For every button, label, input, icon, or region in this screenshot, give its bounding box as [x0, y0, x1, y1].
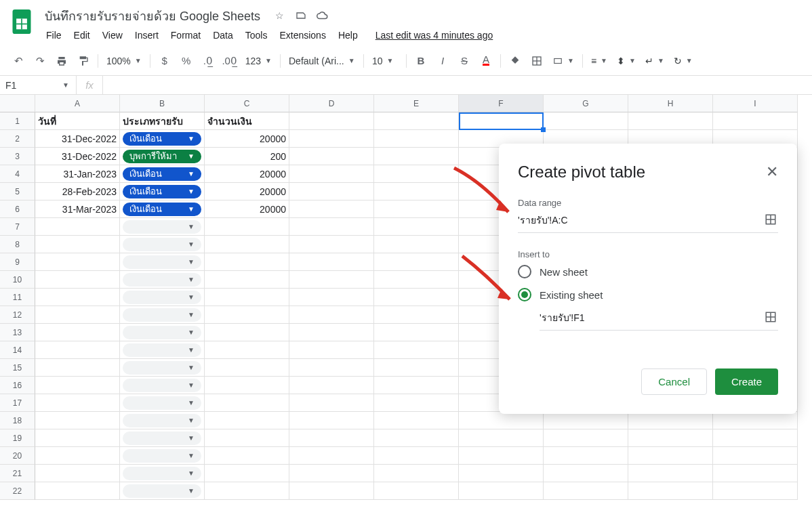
cell[interactable] — [713, 429, 798, 447]
chip-dropdown[interactable]: ▼ — [123, 326, 201, 339]
cell[interactable]: ▼ — [120, 482, 205, 500]
chip-dropdown[interactable]: ▼ — [123, 308, 201, 322]
create-button[interactable]: Create — [715, 368, 778, 395]
select-range-icon[interactable] — [765, 213, 778, 227]
row-header[interactable]: 1 — [0, 112, 35, 130]
cell[interactable] — [544, 447, 628, 465]
col-header[interactable]: G — [544, 95, 628, 112]
cell[interactable]: ▼ — [120, 271, 205, 289]
cell[interactable] — [374, 465, 459, 482]
cell[interactable] — [205, 447, 289, 465]
cell[interactable] — [374, 482, 459, 500]
col-header[interactable]: H — [628, 95, 713, 112]
cell[interactable] — [35, 306, 120, 324]
cell[interactable] — [374, 165, 459, 183]
cell[interactable]: ▼ — [120, 324, 205, 341]
row-header[interactable]: 10 — [0, 271, 35, 289]
cell[interactable] — [544, 429, 628, 447]
cell[interactable]: ▼ — [120, 377, 205, 394]
row-header[interactable]: 6 — [0, 201, 35, 218]
font-size-select[interactable]: 10▼ — [368, 52, 402, 70]
chip-dropdown[interactable]: ▼ — [123, 361, 201, 375]
cell[interactable] — [35, 324, 120, 341]
menu-view[interactable]: View — [97, 27, 128, 43]
cancel-button[interactable]: Cancel — [641, 368, 707, 395]
cell[interactable] — [289, 289, 374, 306]
cell[interactable] — [289, 482, 374, 500]
cell[interactable] — [205, 253, 289, 271]
cell[interactable] — [544, 112, 628, 130]
cell[interactable] — [35, 271, 120, 289]
cell[interactable] — [289, 165, 374, 183]
cell[interactable] — [289, 429, 374, 447]
italic-button[interactable]: I — [432, 51, 453, 71]
menu-edit[interactable]: Edit — [68, 27, 96, 43]
cell[interactable] — [289, 341, 374, 359]
cloud-icon[interactable] — [316, 9, 329, 22]
cell[interactable]: 20000 — [205, 183, 289, 201]
cell[interactable] — [374, 130, 459, 148]
percent-button[interactable]: % — [176, 51, 197, 71]
cell[interactable] — [713, 447, 798, 465]
cell[interactable] — [35, 359, 120, 377]
radio-new-sheet[interactable]: New sheet — [518, 265, 778, 278]
cell[interactable] — [289, 271, 374, 289]
cell[interactable] — [205, 289, 289, 306]
cell[interactable] — [374, 377, 459, 394]
halign-button[interactable]: ≡▼ — [587, 52, 611, 70]
number-format-select[interactable]: 123▼ — [241, 52, 276, 70]
cell[interactable]: 31-Jan-2023 — [35, 165, 120, 183]
select-range-icon[interactable] — [765, 311, 778, 324]
cell[interactable] — [289, 253, 374, 271]
chip-dropdown[interactable]: ▼ — [123, 449, 201, 463]
merge-button[interactable]: ▼ — [548, 52, 578, 70]
cell[interactable] — [35, 447, 120, 465]
cell[interactable] — [205, 429, 289, 447]
cell[interactable]: ประเภทรายรับ — [120, 112, 205, 130]
cell[interactable]: ▼ — [120, 306, 205, 324]
menu-tools[interactable]: Tools — [240, 27, 273, 43]
existing-range-input[interactable] — [540, 312, 765, 323]
col-header[interactable]: I — [713, 95, 798, 112]
cell[interactable] — [35, 377, 120, 394]
cell[interactable]: จำนวนเงิน — [205, 112, 289, 130]
cell[interactable] — [289, 183, 374, 201]
col-header[interactable]: B — [120, 95, 205, 112]
cell[interactable] — [459, 482, 544, 500]
row-header[interactable]: 7 — [0, 218, 35, 236]
cell[interactable]: ▼ — [120, 253, 205, 271]
cell[interactable] — [289, 359, 374, 377]
cell[interactable]: ▼ — [120, 236, 205, 253]
cell[interactable] — [713, 112, 798, 130]
cell[interactable] — [205, 236, 289, 253]
undo-button[interactable]: ↶ — [8, 51, 28, 71]
cell[interactable] — [205, 359, 289, 377]
chip-dropdown[interactable]: เงินเดือน▼ — [123, 132, 201, 146]
cell[interactable] — [35, 253, 120, 271]
chip-dropdown[interactable]: เงินเดือน▼ — [123, 185, 201, 198]
row-header[interactable]: 18 — [0, 412, 35, 429]
cell[interactable] — [289, 201, 374, 218]
col-header[interactable]: D — [289, 95, 374, 112]
chip-dropdown[interactable]: ▼ — [123, 379, 201, 392]
fill-color-button[interactable] — [505, 51, 525, 71]
cell[interactable] — [628, 447, 713, 465]
cell[interactable] — [544, 482, 628, 500]
cell[interactable]: 31-Mar-2023 — [35, 201, 120, 218]
name-box-dropdown[interactable]: ▼ — [35, 81, 76, 89]
cell[interactable] — [628, 482, 713, 500]
rotate-button[interactable]: ↻▼ — [670, 52, 697, 70]
cell[interactable]: ▼ — [120, 394, 205, 412]
cell[interactable] — [374, 306, 459, 324]
cell[interactable]: 31-Dec-2022 — [35, 148, 120, 165]
cell[interactable] — [35, 394, 120, 412]
row-header[interactable]: 3 — [0, 148, 35, 165]
col-header[interactable]: E — [374, 95, 459, 112]
row-header[interactable]: 14 — [0, 341, 35, 359]
cell[interactable] — [628, 465, 713, 482]
increase-decimal-button[interactable]: .00̲ — [220, 51, 240, 71]
currency-button[interactable]: $ — [155, 51, 175, 71]
cell[interactable] — [35, 218, 120, 236]
chip-dropdown[interactable]: เงินเดือน▼ — [123, 167, 201, 181]
cell[interactable]: ▼ — [120, 429, 205, 447]
